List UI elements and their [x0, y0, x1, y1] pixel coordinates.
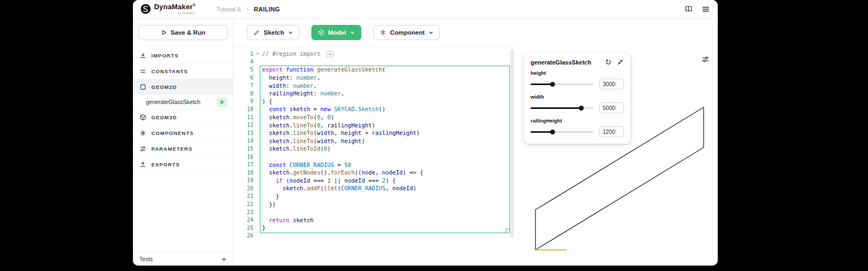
chevron-down-icon [288, 30, 293, 35]
code-line[interactable]: 1>// #region import ⋯ [233, 50, 515, 58]
code-line[interactable]: 24 return sketch [233, 216, 515, 224]
sidebar-item-parameters[interactable]: PARAMETERS [133, 141, 233, 157]
line-number: 13 [233, 130, 253, 136]
sidebar-item-exports[interactable]: EXPORTS [133, 157, 233, 172]
code-line[interactable]: 11 sketch.moveTo(0, 0) [233, 113, 515, 121]
slider-knob[interactable] [579, 106, 584, 111]
sidebar-item-components[interactable]: COMPONENTS [133, 125, 233, 141]
sidebar-item-generate-glass-sketch[interactable]: generateGlassSketch [133, 95, 233, 109]
run-sketch-button[interactable] [217, 98, 227, 107]
code-line[interactable]: 22 }) [233, 200, 515, 208]
play-icon [220, 100, 225, 105]
slider-fill [531, 131, 553, 133]
tests-label[interactable]: Tests [139, 256, 153, 262]
code-text: }) [262, 201, 276, 208]
code-text: export function generateGlassSketch( [262, 66, 386, 73]
code-line[interactable]: 18 sketch.getNodes().forEach((node, node… [233, 169, 515, 177]
code-text: // #region import ⋯ [262, 50, 334, 57]
menu-hamburger-icon[interactable] [701, 5, 710, 13]
railing-height-value-input[interactable] [599, 126, 624, 137]
preview-pane[interactable]: generateGlassSketch height [515, 47, 718, 266]
code-line[interactable]: 19 if (nodeId === 1 || nodeId === 2) { [233, 177, 515, 185]
code-editor[interactable]: 1>// #region import ⋯45export function g… [233, 47, 515, 266]
code-text: height: number, [262, 74, 321, 81]
trademark-symbol: ® [193, 3, 195, 7]
code-line[interactable]: 9) { [233, 98, 515, 106]
height-slider[interactable] [531, 82, 593, 87]
code-text: sketch.moveTo(0, 0) [262, 114, 334, 120]
line-number: 14 [233, 138, 253, 144]
code-line[interactable]: 26 [233, 232, 515, 240]
line-number: 19 [233, 177, 253, 183]
code-text: } [262, 193, 279, 199]
code-line[interactable]: 13 sketch.lineTo(width, height + railing… [233, 129, 515, 137]
sidebar: Save & Run IMPORTS CONSTANTS GEOM2D [133, 18, 233, 266]
docs-book-icon[interactable] [684, 5, 693, 13]
code-line[interactable]: 14 sketch.lineTo(width, height) [233, 137, 515, 145]
code-line[interactable]: 25} [233, 224, 515, 232]
model-dropdown-button[interactable]: Model [311, 25, 361, 40]
width-slider[interactable] [531, 106, 593, 111]
sidebar-item-imports[interactable]: IMPORTS [133, 48, 233, 63]
collapse-icon[interactable] [617, 59, 624, 66]
height-value-input[interactable] [599, 79, 624, 89]
line-number: 24 [233, 217, 253, 223]
component-dropdown-button[interactable]: Component [373, 25, 440, 40]
line-number: 25 [233, 225, 253, 231]
code-line[interactable]: 12 sketch.lineTo(0, railingHeight) [233, 121, 515, 129]
sidebar-item-geom2d[interactable]: GEOM2D [133, 79, 233, 95]
chevron-right-icon [245, 7, 250, 11]
width-value-input[interactable] [599, 102, 624, 113]
slider-knob[interactable] [550, 130, 555, 134]
line-number: 22 [233, 201, 253, 207]
slider-knob[interactable] [550, 82, 555, 87]
code-text: } [262, 224, 265, 231]
code-line[interactable]: 23 [233, 208, 515, 216]
cube-icon [139, 114, 146, 121]
line-number: 17 [233, 162, 253, 167]
line-number: 10 [233, 106, 253, 112]
parameters-card-header: generateGlassSketch [531, 59, 624, 66]
railing-height-slider[interactable] [531, 130, 593, 134]
code-line[interactable]: 21 } [233, 192, 515, 201]
code-line[interactable]: 15 sketch.lineToId(0) [233, 145, 515, 153]
pencil-icon [253, 29, 260, 36]
code-line[interactable]: 6 height: number, [233, 74, 515, 82]
fold-chevron-icon[interactable]: > [253, 51, 262, 56]
breadcrumb-parent[interactable]: Tutorial 6 [216, 6, 241, 12]
code-text: if (nodeId === 1 || nodeId === 2) { [262, 177, 396, 184]
chevron-down-icon [350, 30, 355, 35]
code-line[interactable]: 7 width: number, [233, 81, 515, 89]
line-number: 1 [233, 51, 253, 57]
folded-region-badge[interactable]: ⋯ [327, 51, 334, 57]
sidebar-item-constants[interactable]: CONSTANTS [133, 63, 233, 79]
code-line[interactable]: 5export function generateGlassSketch( [233, 66, 515, 74]
header-actions [684, 5, 710, 13]
parameters-card-title: generateGlassSketch [531, 59, 591, 66]
slider-row-railing-height [531, 126, 624, 137]
code-line[interactable]: 20 sketch.addFillet(CORNER_RADIUS, nodeI… [233, 184, 515, 192]
code-line[interactable]: 8 railingHeight: number, [233, 89, 515, 98]
code-line[interactable]: 17 const CORNER_RADIUS = 50 [233, 160, 515, 169]
code-text: sketch.lineToId(0) [262, 145, 330, 152]
slider-fill [531, 83, 553, 85]
component-icon [380, 29, 386, 36]
sidebar-item-geom3d[interactable]: GEOM3D [133, 109, 233, 125]
sketch-dropdown-button[interactable]: Sketch [247, 25, 299, 40]
save-and-run-button[interactable]: Save & Run [138, 25, 228, 40]
view-settings-button[interactable] [700, 54, 710, 64]
editor-scrollbar[interactable] [510, 49, 514, 238]
line-number: 4 [233, 59, 253, 64]
reset-icon[interactable] [605, 59, 612, 66]
code-line[interactable]: 4 [233, 58, 515, 66]
line-number: 15 [233, 146, 253, 152]
code-text: const sketch = new SKYCAD.Sketch() [262, 106, 386, 112]
brand[interactable]: DynaMaker® by SkyMaker [141, 3, 196, 14]
code-line[interactable]: 10 const sketch = new SKYCAD.Sketch() [233, 105, 515, 113]
line-number: 18 [233, 170, 253, 176]
add-test-button[interactable]: + [222, 255, 226, 263]
sidebar-nav: IMPORTS CONSTANTS GEOM2D generateGlassSk… [133, 48, 233, 172]
cube-icon [318, 29, 324, 36]
square-outline-icon [139, 83, 146, 91]
code-line[interactable]: 16 [233, 153, 515, 161]
